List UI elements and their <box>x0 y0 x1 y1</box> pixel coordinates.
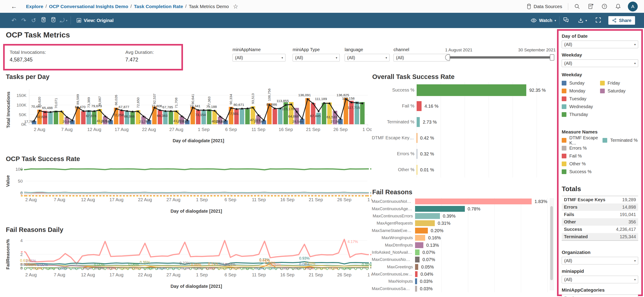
bar[interactable] <box>417 84 526 96</box>
totals-row-value: 14,898 <box>622 204 636 210</box>
sidebar-filter-dropdown[interactable]: (All)▾ <box>562 257 638 264</box>
bar[interactable] <box>415 286 417 292</box>
bar[interactable] <box>417 133 417 143</box>
legend-item[interactable]: Tuesday <box>562 95 600 103</box>
legend-swatch <box>562 104 566 109</box>
bar-row[interactable]: Other %0.01 % <box>372 162 560 178</box>
bar[interactable] <box>415 278 417 284</box>
bar-row[interactable]: MaxContinuousLowConfR..0.04% <box>372 270 558 278</box>
bar[interactable] <box>417 149 417 159</box>
bar[interactable] <box>417 165 417 175</box>
bar[interactable] <box>415 198 532 204</box>
ocp-success-rate-chart[interactable]: 050100Value2 Aug7 Aug12 Aug17 Aug22 Aug2… <box>4 164 372 219</box>
bar-row[interactable]: Success %92.35 % <box>372 82 560 98</box>
fullscreen-button[interactable] <box>595 16 602 24</box>
bar[interactable] <box>415 220 435 226</box>
view-selector[interactable]: View: Original <box>76 18 114 23</box>
legend-item[interactable]: Friday <box>600 79 638 87</box>
content-star-icon[interactable]: ★ <box>588 3 594 10</box>
sidebar-filter-dropdown[interactable]: (All)▾ <box>562 40 638 48</box>
sidebar-filter-dropdown[interactable]: (All)▾ <box>562 60 638 67</box>
favorite-star-icon[interactable]: ☆ <box>233 3 238 10</box>
bar-row[interactable]: MaxContinuousSameStat..0.03% <box>372 285 558 292</box>
overall-success-chart[interactable]: Success %92.35 %Fail %4.16 %Terminated %… <box>372 82 560 178</box>
refresh-data-button[interactable] <box>38 17 48 24</box>
help-icon[interactable]: ? <box>602 3 608 10</box>
search-icon[interactable] <box>574 3 580 10</box>
bar-row[interactable]: MaxGreetings0.05% <box>372 263 558 270</box>
redo-button[interactable]: ↷ <box>19 17 29 24</box>
bar-row[interactable]: MaxSameStateEvents0.20% <box>372 227 558 234</box>
svg-text:117,715: 117,715 <box>348 106 360 110</box>
sidebar-filter-organization: Organization(All)▾ <box>562 250 638 264</box>
bar-row[interactable]: Terminated %2.73 % <box>372 114 560 130</box>
filter-dropdown[interactable]: (All)▾ <box>232 54 286 62</box>
sidebar-filter-dropdown[interactable]: (All)▾ <box>562 276 638 283</box>
date-slider-left-handle[interactable] <box>445 54 450 60</box>
watch-button[interactable]: Watch ▾ <box>530 17 556 24</box>
bar-row[interactable]: Errors %0.32 % <box>372 146 560 162</box>
pause-updates-button[interactable] <box>48 17 58 24</box>
comments-button[interactable] <box>562 16 569 24</box>
bar-row[interactable]: Fail %4.16 % <box>372 98 560 114</box>
svg-text:74,341: 74,341 <box>190 104 200 108</box>
bar[interactable] <box>417 117 420 127</box>
fail-reasons-chart[interactable]: MaxContinuousNoInputs1.83%MaxContinuousA… <box>372 198 558 292</box>
breadcrumb-item[interactable]: OCP Conversational Insights Demo <box>49 4 128 9</box>
legend-item[interactable]: Success % <box>562 168 602 176</box>
sidebar-filter-dropdown[interactable]: Prod▾ <box>562 294 638 297</box>
notifications-bell-icon[interactable] <box>615 3 621 10</box>
bar-row[interactable]: MaxDtmfInputs0.13% <box>372 241 558 248</box>
legend-item[interactable]: DTMF Escape K... <box>562 136 602 144</box>
legend-item[interactable]: Sunday <box>562 79 600 87</box>
tasks-per-day-chart[interactable]: 0K50K100K150KTotal Invocations17,78675,6… <box>4 85 372 153</box>
bar[interactable] <box>417 101 422 111</box>
back-arrow-icon[interactable]: ← <box>11 3 17 10</box>
avatar[interactable]: A <box>628 2 638 12</box>
bar[interactable] <box>415 228 428 234</box>
bar[interactable] <box>415 256 420 262</box>
bar[interactable] <box>415 264 418 270</box>
bar[interactable] <box>415 213 440 219</box>
legend-item[interactable]: Wednesday <box>562 103 600 110</box>
date-slider-track[interactable] <box>447 56 554 58</box>
legend-item[interactable]: Terminated % <box>602 136 638 144</box>
bar[interactable] <box>415 250 420 255</box>
bar[interactable] <box>415 235 425 241</box>
fail-reasons-daily-chart[interactable]: 024FailReasons%2 Aug7 Aug12 Aug17 Aug22 … <box>4 236 372 297</box>
filter-dropdown[interactable]: (All)▾ <box>394 54 450 62</box>
legend-item[interactable]: Other % <box>562 160 602 168</box>
fail-reasons-scrollbar-track[interactable] <box>550 198 554 290</box>
bar-row[interactable]: MaxAgentRequests0.31% <box>372 220 558 227</box>
fail-reasons-scrollbar-thumb[interactable] <box>550 206 553 280</box>
filter-dropdown[interactable]: (All)▾ <box>293 54 340 62</box>
bar-row[interactable]: MaxContinuousErrors0.39% <box>372 212 558 220</box>
bar-track: 0.39% <box>415 212 558 220</box>
bar[interactable] <box>415 206 465 212</box>
svg-text:72,650: 72,650 <box>136 97 140 108</box>
bar-row[interactable]: MaxContinuousNoMatches0.07% <box>372 256 558 263</box>
bar-row[interactable]: MaxWrongInputs0.16% <box>372 234 558 241</box>
legend-item[interactable]: Saturday <box>600 87 638 95</box>
breadcrumb-item[interactable]: Explore <box>26 4 43 9</box>
legend-item[interactable]: Thursday <box>562 110 600 118</box>
legend-item[interactable]: Fail % <box>562 152 602 160</box>
run-update-button[interactable]: ⤾▾ <box>58 17 68 24</box>
database-icon <box>526 4 532 10</box>
filter-dropdown[interactable]: (All)▾ <box>345 54 390 62</box>
bar-row[interactable]: MaxNoInputs0.03% <box>372 278 558 285</box>
bar-row[interactable]: InfoAsked_NotAvailable0.07% <box>372 249 558 256</box>
bar-row[interactable]: MaxContinuousAgentReq..0.78% <box>372 205 558 212</box>
breadcrumb-item[interactable]: Task Completion Rate <box>134 4 183 9</box>
bar-row[interactable]: DTMF Escape Key %0.42 % <box>372 130 560 146</box>
share-button[interactable]: Share <box>608 16 635 25</box>
date-slider-right-handle[interactable] <box>550 54 554 60</box>
undo-button[interactable]: ↶ <box>9 17 19 24</box>
download-button[interactable]: ▾ <box>578 17 587 24</box>
bar[interactable] <box>415 242 423 248</box>
bar[interactable] <box>415 271 418 277</box>
bar-row[interactable]: MaxContinuousNoInputs1.83% <box>372 198 558 205</box>
legend-item[interactable]: Monday <box>562 87 600 95</box>
revert-button[interactable]: ↺ <box>29 17 38 24</box>
data-sources-button[interactable]: Data Sources <box>526 4 562 10</box>
